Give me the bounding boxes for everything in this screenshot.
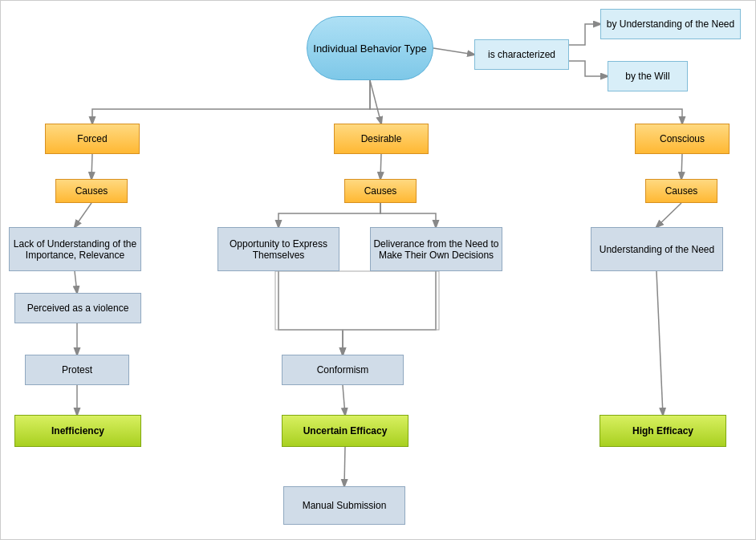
by-understanding-node: by Understanding of the Need <box>600 9 741 39</box>
deliverance-label: Deliverance from the Need to Make Their … <box>371 238 502 261</box>
uncertain-efficacy-node: Uncertain Efficacy <box>282 415 408 447</box>
svg-line-7 <box>75 271 77 293</box>
deliverance-node: Deliverance from the Need to Make Their … <box>370 227 502 271</box>
high-efficacy-node: High Efficacy <box>600 415 726 447</box>
high-efficacy-label: High Efficacy <box>632 425 693 436</box>
forced-label: Forced <box>77 133 107 144</box>
understanding-need-label: Understanding of the Need <box>600 244 714 255</box>
desirable-node: Desirable <box>334 124 429 154</box>
diagram-container: Individual Behavior Type is characterize… <box>0 0 756 540</box>
is-characterized-label: is characterized <box>488 49 555 60</box>
opportunity-label: Opportunity to Express Themselves <box>218 238 339 261</box>
by-understanding-label: by Understanding of the Need <box>607 18 734 30</box>
inefficiency-label: Inefficiency <box>51 425 104 436</box>
svg-line-5 <box>75 203 91 227</box>
svg-line-0 <box>433 48 474 55</box>
protest-node: Protest <box>25 355 129 385</box>
conformism-node: Conformism <box>282 355 404 385</box>
svg-rect-10 <box>275 271 439 330</box>
causes-conscious-label: Causes <box>665 185 698 197</box>
individual-behavior-label: Individual Behavior Type <box>313 43 426 55</box>
svg-line-6 <box>656 203 681 227</box>
desirable-label: Desirable <box>361 133 402 144</box>
manual-submission-node: Manual Submission <box>283 486 405 525</box>
forced-node: Forced <box>45 124 140 154</box>
understanding-need-node: Understanding of the Need <box>591 227 723 271</box>
causes-conscious-node: Causes <box>645 179 717 203</box>
causes-desirable-label: Causes <box>364 185 397 197</box>
svg-line-2 <box>91 154 92 179</box>
conscious-label: Conscious <box>660 133 705 144</box>
by-the-will-label: by the Will <box>625 71 669 82</box>
conscious-node: Conscious <box>635 124 730 154</box>
protest-label: Protest <box>62 364 92 376</box>
causes-forced-node: Causes <box>55 179 128 203</box>
perceived-violence-node: Perceived as a violence <box>14 293 141 323</box>
individual-behavior-type-node: Individual Behavior Type <box>307 16 433 80</box>
svg-line-11 <box>343 385 345 415</box>
svg-line-4 <box>681 154 682 179</box>
is-characterized-node: is characterized <box>474 39 569 70</box>
uncertain-efficacy-label: Uncertain Efficacy <box>303 425 388 436</box>
svg-line-12 <box>344 447 345 486</box>
by-the-will-node: by the Will <box>608 61 688 91</box>
lack-understanding-label: Lack of Understanding of the Importance,… <box>10 238 140 261</box>
inefficiency-node: Inefficiency <box>14 415 141 447</box>
causes-forced-label: Causes <box>75 185 108 197</box>
opportunity-node: Opportunity to Express Themselves <box>217 227 339 271</box>
causes-desirable-node: Causes <box>344 179 417 203</box>
svg-line-1 <box>370 80 381 124</box>
svg-line-3 <box>380 154 381 179</box>
svg-line-13 <box>656 271 663 415</box>
manual-submission-label: Manual Submission <box>303 500 387 511</box>
lack-understanding-node: Lack of Understanding of the Importance,… <box>9 227 141 271</box>
conformism-label: Conformism <box>317 364 369 376</box>
perceived-violence-label: Perceived as a violence <box>27 302 129 314</box>
